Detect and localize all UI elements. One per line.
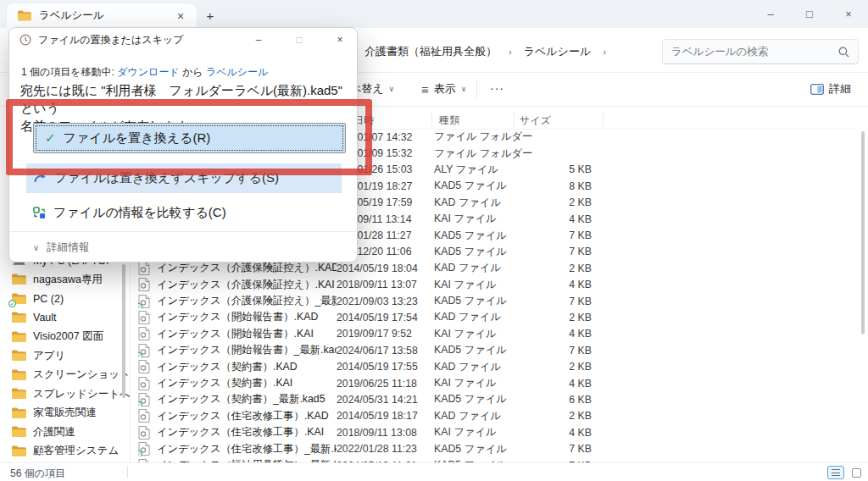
file-size: 4 KB [517,427,592,439]
file-name: インデックス（契約書）.KAI [157,376,292,390]
file-size: 4 KB [517,279,592,290]
sidebar-scrollbar[interactable] [122,264,125,398]
file-size: 7 KB [517,246,592,257]
source-folder-link[interactable]: ダウンロード [117,66,179,78]
table-row[interactable]: ✓ インデックス（開始報告書）.KAI 2019/09/17 9:52 KAI … [133,326,859,342]
sidebar-item-label: Vault [33,312,57,323]
file-name: インデックス（開始報告書）_最新.kad5 [157,343,337,357]
breadcrumb-item-folder[interactable]: 介護書類（福祉用具全般） [364,44,497,59]
replace-file-button[interactable]: ✓ ファイルを置き換える(R) [33,123,346,153]
table-row[interactable]: ✓ インデックス（契約書）.KAD 2014/05/19 17:55 KAD フ… [133,358,859,374]
sidebar-item[interactable]: ✓ nagasawa専用 [0,271,127,289]
window-maximize-icon[interactable]: □ [790,0,829,28]
folder-icon [12,274,26,285]
tab-bar: ラベルシール × + – □ × [0,0,868,28]
details-view-icon [832,469,840,476]
file-type: KAI ファイル [434,376,517,390]
table-row[interactable]: ✓ インデックス（開始報告書）_最新.kad5 2024/06/17 13:58… [133,342,859,358]
file-size: 7 KB [517,296,592,307]
sidebar-item[interactable]: ✓ PC (2) [0,290,127,307]
more-options-button[interactable]: ··· [490,81,504,95]
folder-icon [12,369,26,381]
dialog-close-icon[interactable]: × [323,34,357,46]
folder-icon [12,350,26,362]
document-icon: ✓ [138,278,151,291]
toolbar-divider [476,80,477,98]
file-type: ファイル フォルダー [434,147,517,161]
tab-labelseal[interactable]: ラベルシール × [7,3,197,28]
table-row[interactable]: ✓ インデックス（介護保険証控え）.KAI 2018/09/11 13:07 K… [133,277,859,293]
column-header-size[interactable]: サイズ [520,113,551,128]
column-header-type[interactable]: 種類 [439,113,459,128]
replace-skip-dialog: ファイルの置換またはスキップ – □ × 1 個の項目を移動中: ダウンロード … [8,27,358,263]
search-icon [838,47,849,58]
table-row[interactable]: ✓ インデックス（開始報告書）.KAD 2014/05/19 17:54 KAD… [133,309,859,325]
large-icons-view-icon [852,468,861,478]
sidebar-item[interactable]: ✓ Visio2007 図面 [0,328,127,346]
item-count: 56 個の項目 [10,467,65,481]
table-row[interactable]: ✓ インデックス（契約書）.KAI 2019/06/25 11:18 KAI フ… [133,375,859,391]
window-close-icon[interactable]: × [829,0,868,28]
chevron-down-icon: ∨ [389,85,395,93]
file-list-scrollbar[interactable] [861,131,865,334]
folder-icon [12,445,26,457]
file-name: インデックス（契約書）_最新.kad5 [157,392,326,406]
view-button[interactable]: ≡ 表示 ∨ [421,81,466,97]
file-size: 4 KB [517,328,592,340]
sidebar-item-label: PC (2) [33,293,64,305]
sidebar-item[interactable]: ✓ 顧客管理システム [0,442,127,460]
sidebar-item[interactable]: ✓ スプレッドシートへ移 [0,385,127,403]
column-divider[interactable] [431,112,432,127]
sidebar-item[interactable]: ✓ 家電販売関連 [0,404,127,422]
file-date: 2014/05/19 18:17 [337,410,434,422]
file-type: ファイル フォルダー [434,130,517,144]
document-icon: ✓ [138,360,151,373]
tab-close-icon[interactable]: × [171,9,190,23]
details-pane-button[interactable]: 詳細 [810,81,851,97]
file-date: 2024/06/17 13:58 [337,345,434,357]
file-type: KAD5 ファイル [434,179,517,193]
sidebar-item-label: スプレッドシートへ移 [33,387,130,401]
breadcrumb: 介護書類（福祉用具全般） › ラベルシール › [364,44,606,59]
sidebar-item[interactable]: ✓ 介護関連 [0,423,127,441]
file-date: 2021/09/03 13:23 [337,296,434,307]
file-date: 2014/05/19 17:55 [337,361,434,373]
details-expander[interactable]: ∨ 詳細情報 [33,240,89,255]
table-row[interactable]: ✓ インデックス（介護保険証控え）.KAD 2014/05/19 18:04 K… [133,260,859,276]
file-date: 2018/09/11 13:07 [337,279,434,290]
breadcrumb-item-labelseal[interactable]: ラベルシール [524,44,592,59]
column-divider[interactable] [514,112,515,127]
skip-file-button[interactable]: ファイルは置き換えずスキップする(S) [26,163,342,193]
file-size: 2 KB [517,196,592,208]
file-size: 2 KB [517,312,592,323]
table-row[interactable]: ✓ インデックス（住宅改修工事）.KAD 2014/05/19 18:17 KA… [133,408,859,424]
dialog-title-bar: ファイルの置換またはスキップ – □ × [9,28,357,52]
file-name: インデックス（介護保険証控え）.KAD [157,261,337,275]
dialog-minimize-icon[interactable]: – [242,34,275,46]
column-divider[interactable] [603,112,604,127]
folder-icon [18,10,31,21]
details-view-toggle[interactable] [827,466,844,479]
sidebar-item[interactable]: ✓ Vault [0,309,127,327]
table-row[interactable]: ✓ インデックス（住宅改修工事）.KAI 2018/09/11 13:08 KA… [133,424,859,440]
table-row[interactable]: ✓ インデックス（契約書）_最新.kad5 2024/05/31 14:21 K… [133,391,859,407]
new-tab-button[interactable]: + [200,7,220,25]
destination-folder-link[interactable]: ラベルシール [206,66,268,78]
sidebar-item[interactable]: ✓ アプリ [0,347,127,365]
file-type: KAD5 ファイル [434,442,517,456]
chevron-right-icon: › [603,47,606,57]
large-icons-view-toggle[interactable] [848,466,865,479]
search-input[interactable]: ラベルシールの検索 [662,39,859,64]
file-type: KAI ファイル [434,425,517,440]
dialog-maximize-icon[interactable]: □ [282,34,316,46]
file-type: KAD ファイル [434,261,517,275]
file-name: インデックス（開始報告書）.KAI [157,327,314,341]
file-name: インデックス（住宅改修工事）_最新.kad5 [157,442,337,456]
window-minimize-icon[interactable]: – [751,0,790,28]
sidebar-item[interactable]: ✓ スクリーンショット [0,366,127,384]
table-row[interactable]: ✓ インデックス（介護保険証控え）_最新.kad5 2021/09/03 13:… [133,293,859,309]
file-type: KAD ファイル [434,310,517,324]
compare-files-button[interactable]: ファイルの情報を比較する(C) [26,201,342,224]
file-size: 7 KB [517,345,592,357]
table-row[interactable]: ✓ インデックス（住宅改修工事）_最新.kad5 2022/01/28 11:2… [133,440,859,456]
